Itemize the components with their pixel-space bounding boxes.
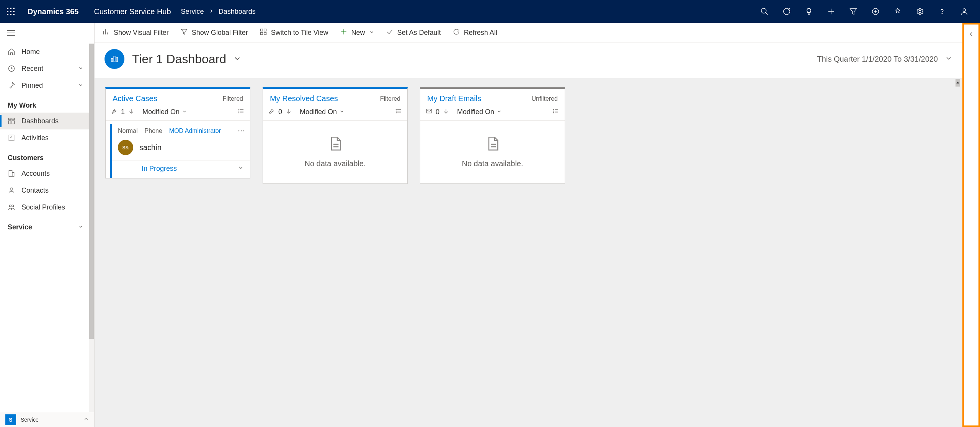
- sidebar-item-dashboards[interactable]: Dashboards: [0, 113, 89, 129]
- app-launcher[interactable]: [3, 4, 18, 19]
- relationship-assistant-button[interactable]: [887, 0, 909, 23]
- mail-icon[interactable]: [426, 108, 433, 116]
- show-visual-filter-button[interactable]: Show Visual Filter: [102, 28, 169, 38]
- task-flow-button[interactable]: [776, 0, 798, 23]
- assistant-button[interactable]: [798, 0, 820, 23]
- switch-view-button[interactable]: Switch to Tile View: [260, 28, 328, 38]
- breadcrumb-page[interactable]: Dashboards: [219, 8, 256, 16]
- plus-icon: [340, 28, 348, 38]
- search-button[interactable]: [753, 0, 776, 23]
- wrench-icon[interactable]: [111, 108, 118, 116]
- checklist-icon: [8, 134, 16, 142]
- sidebar-item-recent[interactable]: Recent: [0, 60, 89, 77]
- new-record-button[interactable]: [820, 0, 842, 23]
- sidebar-label: Activities: [21, 134, 49, 142]
- sidebar-group-service[interactable]: Service: [0, 216, 89, 234]
- area-switcher[interactable]: S Service: [0, 412, 94, 427]
- right-pane-toggle[interactable]: [962, 23, 980, 427]
- svg-rect-57: [426, 109, 432, 113]
- svg-point-46: [238, 111, 239, 111]
- dashboard-badge: [105, 49, 124, 69]
- arrow-down-icon[interactable]: [285, 108, 292, 116]
- empty-label: No data available.: [304, 159, 366, 168]
- case-subject: sachin: [139, 143, 162, 152]
- global-navbar: Dynamics 365 Customer Service Hub Servic…: [0, 0, 980, 23]
- svg-marker-40: [957, 82, 959, 83]
- svg-point-47: [238, 113, 239, 113]
- list-view-icon[interactable]: [238, 108, 245, 116]
- main-area: Show Visual Filter Show Global Filter Sw…: [95, 23, 962, 427]
- command-bar: Show Visual Filter Show Global Filter Sw…: [95, 23, 962, 43]
- scroll-up-button[interactable]: [956, 79, 960, 87]
- list-view-icon[interactable]: [395, 108, 402, 116]
- add-activity-button[interactable]: [864, 0, 887, 23]
- breadcrumb-area[interactable]: Service: [181, 8, 204, 16]
- case-row[interactable]: Normal Phone MOD Administrator ··· sa sa…: [110, 124, 250, 178]
- arrow-down-icon[interactable]: [443, 108, 449, 116]
- empty-label: No data available.: [462, 159, 523, 168]
- svg-point-11: [942, 13, 942, 14]
- list-view-icon[interactable]: [552, 108, 559, 116]
- chevron-down-icon: [182, 108, 187, 116]
- case-status-selector[interactable]: In Progress: [112, 160, 250, 178]
- sidebar-item-activities[interactable]: Activities: [0, 129, 89, 146]
- card-title[interactable]: My Resolved Cases: [270, 94, 338, 103]
- svg-point-63: [553, 111, 554, 111]
- sidebar-label: Dashboards: [21, 117, 59, 125]
- sidebar-label: Accounts: [21, 170, 50, 178]
- brand-label: Dynamics 365: [28, 7, 78, 16]
- svg-rect-32: [264, 29, 266, 31]
- sidebar-toggle[interactable]: [0, 23, 94, 43]
- sidebar-scrollbar[interactable]: [89, 43, 94, 412]
- card-title[interactable]: My Draft Emails: [427, 94, 481, 103]
- chevron-down-icon: [78, 65, 83, 73]
- chevron-up-icon: [83, 416, 89, 423]
- date-range-selector[interactable]: This Quarter 1/1/2020 To 3/31/2020: [817, 54, 952, 64]
- svg-point-24: [10, 188, 13, 190]
- more-actions-button[interactable]: ···: [238, 128, 245, 134]
- svg-point-45: [238, 109, 239, 110]
- sort-selector[interactable]: Modified On: [457, 108, 502, 116]
- case-owner-link[interactable]: MOD Administrator: [169, 128, 221, 134]
- cmd-label: Refresh All: [464, 29, 497, 37]
- wrench-icon[interactable]: [268, 108, 275, 116]
- sort-selector[interactable]: Modified On: [300, 108, 345, 116]
- arrow-down-icon[interactable]: [128, 108, 135, 116]
- svg-rect-34: [264, 33, 266, 35]
- sidebar-item-accounts[interactable]: Accounts: [0, 165, 89, 182]
- svg-point-52: [396, 109, 397, 110]
- help-button[interactable]: [931, 0, 953, 23]
- card-title[interactable]: Active Cases: [113, 94, 157, 103]
- pin-icon: [8, 82, 16, 89]
- new-button[interactable]: New: [340, 28, 374, 38]
- dashboard-selector[interactable]: Tier 1 Dashboard: [132, 52, 242, 66]
- breadcrumb: Service Dashboards: [181, 8, 256, 16]
- refresh-all-button[interactable]: Refresh All: [452, 28, 497, 38]
- document-icon: [485, 136, 500, 153]
- svg-rect-21: [9, 135, 14, 141]
- svg-point-25: [9, 205, 11, 207]
- set-default-button[interactable]: Set As Default: [386, 28, 441, 38]
- cmd-label: New: [351, 29, 365, 37]
- sort-selector[interactable]: Modified On: [142, 108, 187, 116]
- sidebar-item-home[interactable]: Home: [0, 43, 89, 60]
- app-name: Customer Service Hub: [94, 7, 171, 16]
- svg-rect-20: [12, 121, 15, 124]
- svg-rect-31: [260, 29, 263, 31]
- svg-rect-39: [116, 57, 118, 62]
- svg-rect-22: [9, 171, 12, 177]
- show-global-filter-button[interactable]: Show Global Filter: [180, 28, 248, 38]
- tile-icon: [260, 28, 267, 38]
- advanced-find-button[interactable]: [842, 0, 864, 23]
- settings-button[interactable]: [909, 0, 931, 23]
- sort-label: Modified On: [300, 108, 337, 116]
- svg-point-53: [396, 111, 397, 111]
- account-button[interactable]: [953, 0, 975, 23]
- brand-switcher[interactable]: Dynamics 365: [28, 7, 83, 16]
- svg-point-10: [919, 10, 921, 13]
- card-filter-state: Unfiltered: [532, 95, 558, 102]
- sidebar-item-pinned[interactable]: Pinned: [0, 77, 89, 94]
- sidebar-item-contacts[interactable]: Contacts: [0, 182, 89, 199]
- svg-point-62: [553, 109, 554, 110]
- sidebar-item-social-profiles[interactable]: Social Profiles: [0, 199, 89, 216]
